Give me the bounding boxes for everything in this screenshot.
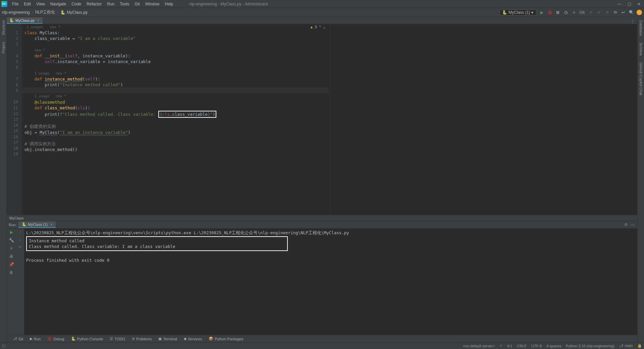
menubar: PC File Edit View Navigate Code Refactor… (0, 0, 644, 8)
menu-file[interactable]: File (9, 1, 21, 7)
play-icon: ▶ (30, 337, 33, 341)
down-icon[interactable]: ↓ (19, 237, 21, 242)
inspection-widget[interactable]: ▲ 3 ⌃ ⌄ (311, 25, 326, 29)
chevron-down-icon[interactable]: ⌄ (323, 25, 325, 29)
bottom-tool-strip: ⎇Git ▶Run 🐞Debug 🐍Python Console ☰TODO ⊘… (7, 335, 637, 342)
minimize-icon[interactable]: — (618, 2, 622, 6)
tab-options-icon[interactable]: ⋮ (631, 19, 635, 24)
wrap-icon[interactable]: ↩ (18, 245, 22, 249)
code-breadcrumb[interactable]: MyClass (7, 215, 637, 221)
hide-icon[interactable]: — (631, 222, 635, 227)
search-everywhere-icon[interactable]: 🔍 (629, 10, 634, 15)
debug-button[interactable]: 🐞 (547, 10, 552, 15)
terminal-tool-tab[interactable]: ▣Terminal (155, 337, 180, 341)
services-tool-tab[interactable]: ◆Services (180, 337, 205, 341)
git-tool-tab[interactable]: ⎇Git (9, 337, 26, 341)
menu-edit[interactable]: Edit (21, 1, 34, 7)
python-icon: 🐍 (22, 222, 26, 227)
breadcrumb-folder[interactable]: NLP工程化 (35, 9, 55, 15)
user-avatar[interactable] (637, 10, 642, 15)
database-tool-tab[interactable]: Database (638, 17, 644, 39)
editor: 1 2 3 4 5 6 7 8 9 10 11 12 13 14 15 16 1… (7, 24, 637, 215)
structure-tool-tab[interactable]: Structure (1, 17, 6, 39)
menu-window[interactable]: Window (143, 1, 162, 7)
rerun-button[interactable]: ▶ (9, 230, 14, 235)
breadcrumb-root[interactable]: nlp-engineering (2, 10, 30, 15)
code-pane[interactable]: ▲ 3 ⌃ ⌄ 2 usages new * class MyClass: cl… (22, 24, 329, 215)
line-num: 17 (7, 140, 18, 146)
settings-icon[interactable]: ⚙ (624, 222, 628, 227)
copilot-chat-tab[interactable]: GitHub Copilot Chat (638, 59, 644, 99)
chevron-down-icon: ▾ (531, 10, 533, 15)
menu-code[interactable]: Code (69, 1, 84, 7)
menu-help[interactable]: Help (162, 1, 176, 7)
menu-tools[interactable]: Tools (117, 1, 132, 7)
console-output[interactable]: L:\20230825_NLP工程化公众号\nlp-engineering\ve… (24, 229, 637, 335)
file-encoding[interactable]: UTF-8 (531, 344, 542, 348)
vcs-update-icon[interactable]: ✓ (588, 10, 594, 15)
line-separator[interactable]: CRLF (517, 344, 527, 348)
profile-button[interactable]: ◷ (563, 10, 569, 15)
tool-window-toggle-icon[interactable]: ▢ (2, 344, 5, 348)
todo-tool-tab[interactable]: ☰TODO (106, 337, 128, 341)
caret-position[interactable]: 9:1 (507, 344, 512, 348)
chevron-up-icon[interactable]: ⌃ (319, 25, 321, 29)
line-num: 10 (7, 99, 18, 105)
maximize-icon[interactable]: ▢ (628, 2, 631, 6)
server-status[interactable]: <no default server> (463, 344, 495, 348)
menu-git[interactable]: Git (132, 1, 142, 7)
python-icon: 🐍 (71, 337, 76, 341)
menu-navigate[interactable]: Navigate (48, 1, 69, 7)
statusbar: ▢ <no default server> ✧ 9:1 CRLF UTF-8 4… (0, 342, 644, 349)
python-interpreter[interactable]: Python 3.10 (nlp-engineering) (566, 344, 614, 348)
vcs-rollback-icon[interactable]: ↩ (621, 10, 626, 15)
line-num: 11 (7, 105, 18, 111)
vcs-push-icon[interactable]: ↗ (604, 10, 610, 15)
python-file-icon: 🐍 (9, 18, 14, 22)
file-tab-active[interactable]: 🐍 MyClass.py × (7, 17, 43, 24)
pin-icon[interactable]: 📌 (9, 262, 14, 267)
print-icon[interactable]: 🖶 (9, 254, 14, 259)
scroll-icon[interactable]: ≡ (9, 246, 14, 251)
stop-button[interactable]: ■ (571, 10, 577, 15)
vcs-history-icon[interactable]: ⟲ (612, 10, 618, 15)
coverage-button[interactable]: ⊞ (555, 10, 560, 15)
python-packages-tab[interactable]: 📦Python Packages (205, 337, 247, 341)
menu-run[interactable]: Run (104, 1, 117, 7)
wrench-icon[interactable]: 🔧 (9, 238, 14, 243)
sciview-tool-tab[interactable]: SciView (638, 39, 644, 59)
line-num: 3 (7, 42, 18, 47)
line-num: 12 (7, 111, 18, 117)
vcs-commit-icon[interactable]: ✓ (596, 10, 602, 15)
run-tool-tab[interactable]: ▶Run (26, 337, 44, 341)
run-header: Run: 🐍 MyClass (1) × ⚙ — (7, 221, 637, 229)
git-branch[interactable]: ⎇ main (619, 344, 633, 348)
close-icon[interactable]: ✕ (637, 2, 641, 6)
menu-refactor[interactable]: Refactor (84, 1, 104, 7)
run-button[interactable]: ▶ (539, 10, 544, 15)
line-num: 15 (7, 128, 18, 134)
trash-icon[interactable]: 🗑 (9, 270, 14, 276)
python-console-tab[interactable]: 🐍Python Console (68, 337, 107, 341)
line-num: 1 (7, 30, 18, 36)
window-controls: — ▢ ✕ (618, 2, 641, 6)
run-configuration-dropdown[interactable]: 🐍 MyClass (1) ▾ (500, 9, 536, 15)
line-num: 8 (7, 82, 18, 88)
menu-view[interactable]: View (34, 1, 48, 7)
run-tool-window: Run: 🐍 MyClass (1) × ⚙ — ▶ 🔧 ≡ 🖶 📌 (7, 221, 637, 335)
problems-tool-tab[interactable]: ⊘Problems (128, 337, 155, 341)
close-tab-icon[interactable]: × (50, 222, 52, 227)
close-tab-icon[interactable]: × (37, 18, 39, 22)
run-actions-left: ▶ 🔧 ≡ 🖶 📌 🗑 (7, 229, 16, 335)
lock-icon[interactable]: 🔒 (637, 344, 642, 348)
debug-tool-tab[interactable]: 🐞Debug (44, 337, 67, 341)
up-icon[interactable]: ↑ (19, 230, 21, 235)
breadcrumb-file[interactable]: MyClass.py (67, 10, 88, 15)
breadcrumb: nlp-engineering › NLP工程化 › 🐍 MyClass.py (2, 9, 88, 15)
editor-pane-2[interactable] (330, 24, 637, 215)
copilot-status-icon[interactable]: ✧ (499, 344, 502, 348)
run-tab-active[interactable]: 🐍 MyClass (1) × (18, 221, 56, 228)
indent-setting[interactable]: 4 spaces (546, 344, 561, 348)
project-tool-tab[interactable]: Project (1, 39, 6, 57)
todo-icon: ☰ (110, 337, 113, 341)
